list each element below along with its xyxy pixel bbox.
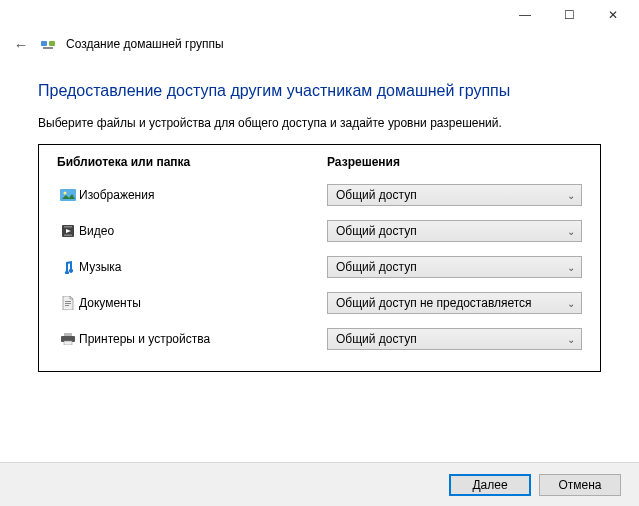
row-printers: Принтеры и устройства Общий доступ ⌄ [39, 321, 600, 357]
cancel-button-label: Отмена [558, 478, 601, 492]
pictures-icon [57, 189, 79, 201]
minimize-icon: — [519, 8, 531, 22]
row-printers-select-value: Общий доступ [336, 332, 417, 346]
svg-rect-10 [65, 303, 71, 304]
row-documents: Документы Общий доступ не предоставляетс… [39, 285, 600, 321]
svg-rect-6 [64, 226, 72, 228]
footer: Далее Отмена [0, 462, 639, 506]
next-button-label: Далее [472, 478, 507, 492]
row-videos-select[interactable]: Общий доступ ⌄ [327, 220, 582, 242]
row-pictures-label: Изображения [79, 188, 327, 202]
column-library-header: Библиотека или папка [57, 155, 327, 169]
printers-icon [57, 333, 79, 345]
close-button[interactable]: ✕ [591, 1, 635, 29]
chevron-down-icon: ⌄ [567, 334, 575, 345]
sharing-panel: Библиотека или папка Разрешения Изображе… [38, 144, 601, 372]
row-music-select-value: Общий доступ [336, 260, 417, 274]
svg-rect-11 [65, 305, 69, 306]
music-icon [57, 260, 79, 274]
homegroup-icon [40, 36, 56, 52]
row-pictures-select-value: Общий доступ [336, 188, 417, 202]
svg-rect-1 [49, 41, 55, 46]
row-documents-select[interactable]: Общий доступ не предоставляется ⌄ [327, 292, 582, 314]
row-printers-label: Принтеры и устройства [79, 332, 327, 346]
svg-rect-2 [43, 47, 53, 49]
row-documents-label: Документы [79, 296, 327, 310]
column-permission-header: Разрешения [327, 155, 582, 169]
next-button[interactable]: Далее [449, 474, 531, 496]
chevron-down-icon: ⌄ [567, 226, 575, 237]
videos-icon [57, 224, 79, 238]
documents-icon [57, 296, 79, 310]
row-music-select[interactable]: Общий доступ ⌄ [327, 256, 582, 278]
maximize-icon: ☐ [564, 8, 575, 22]
page-subheading: Выберите файлы и устройства для общего д… [38, 116, 601, 130]
chevron-down-icon: ⌄ [567, 190, 575, 201]
back-arrow-icon: ← [14, 36, 29, 53]
row-videos-label: Видео [79, 224, 327, 238]
svg-rect-14 [64, 341, 72, 345]
row-videos: Видео Общий доступ ⌄ [39, 213, 600, 249]
row-pictures-select[interactable]: Общий доступ ⌄ [327, 184, 582, 206]
content: Предоставление доступа другим участникам… [0, 58, 639, 384]
row-documents-select-value: Общий доступ не предоставляется [336, 296, 532, 310]
maximize-button[interactable]: ☐ [547, 1, 591, 29]
row-music-label: Музыка [79, 260, 327, 274]
back-button[interactable]: ← [12, 36, 30, 53]
close-icon: ✕ [608, 8, 618, 22]
columns-header: Библиотека или папка Разрешения [39, 145, 600, 177]
row-music: Музыка Общий доступ ⌄ [39, 249, 600, 285]
svg-rect-3 [60, 189, 76, 201]
minimize-button[interactable]: — [503, 1, 547, 29]
header-row: ← Создание домашней группы [0, 30, 639, 58]
svg-rect-9 [65, 301, 71, 302]
svg-rect-0 [41, 41, 47, 46]
chevron-down-icon: ⌄ [567, 262, 575, 273]
row-videos-select-value: Общий доступ [336, 224, 417, 238]
row-pictures: Изображения Общий доступ ⌄ [39, 177, 600, 213]
svg-rect-7 [64, 235, 72, 237]
chevron-down-icon: ⌄ [567, 298, 575, 309]
window-title: Создание домашней группы [66, 37, 224, 51]
row-printers-select[interactable]: Общий доступ ⌄ [327, 328, 582, 350]
cancel-button[interactable]: Отмена [539, 474, 621, 496]
svg-point-4 [64, 192, 67, 195]
titlebar: — ☐ ✕ [0, 0, 639, 30]
page-heading: Предоставление доступа другим участникам… [38, 82, 601, 100]
svg-rect-12 [64, 333, 72, 336]
